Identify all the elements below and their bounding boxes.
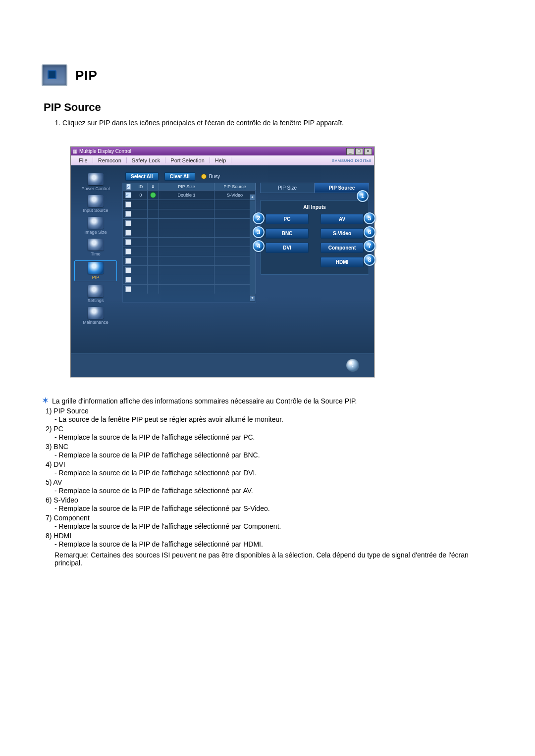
menu-port-selection[interactable]: Port Selection <box>165 157 210 163</box>
table-row[interactable] <box>123 275 256 284</box>
cell-pip-size: Double 1 <box>159 191 214 200</box>
row-checkbox-icon[interactable] <box>125 220 131 226</box>
info-icon[interactable] <box>346 359 359 372</box>
scroll-up-icon[interactable]: ▲ <box>250 194 255 201</box>
sidebar-item-time[interactable]: Time <box>76 239 115 256</box>
list-num: 8) <box>46 532 52 540</box>
callout-3: 3 <box>253 226 265 238</box>
table-row[interactable] <box>123 200 256 209</box>
app-icon: ▦ <box>73 149 77 154</box>
source-pc-button[interactable]: PC <box>266 214 309 224</box>
row-checkbox-icon[interactable] <box>125 192 131 198</box>
minimize-icon[interactable]: _ <box>346 148 354 155</box>
status-dot-icon <box>150 192 156 198</box>
instruction-list: Cliquez sur PIP dans les icônes principa… <box>54 119 493 127</box>
list-num: 2) <box>46 425 52 433</box>
table-row[interactable] <box>123 265 256 275</box>
select-all-button[interactable]: Select All <box>125 172 159 181</box>
tab-pip-size[interactable]: PIP Size <box>260 183 315 193</box>
page-title: PIP <box>75 68 98 83</box>
row-checkbox-icon[interactable] <box>125 286 131 292</box>
sidebar-label-settings: Settings <box>88 298 104 303</box>
busy-dot-icon <box>201 174 207 179</box>
star-text: La grille d'information affiche des info… <box>52 397 357 405</box>
callout-2: 2 <box>253 212 265 224</box>
table-row[interactable] <box>123 209 256 218</box>
menu-file[interactable]: File <box>74 157 93 163</box>
table-row[interactable]: 0 Double 1 S-Video <box>123 190 256 200</box>
col-pip-size: PIP Size <box>159 183 214 190</box>
menubar: File Remocon Safety Lock Port Selection … <box>71 155 374 165</box>
sidebar-item-pip[interactable]: PIP <box>74 260 117 281</box>
clear-all-button[interactable]: Clear All <box>164 172 195 181</box>
list-num: 3) <box>46 443 52 451</box>
sidebar-item-image[interactable]: Image Size <box>76 217 115 235</box>
right-panel: PIP Size PIP Source All Inputs PC AV BNC… <box>260 183 369 302</box>
busy-indicator: Busy <box>201 174 220 179</box>
source-av-button[interactable]: AV <box>321 214 364 224</box>
col-status: ⬇ <box>148 183 159 190</box>
star-icon: ✶ <box>42 397 49 404</box>
source-component-button[interactable]: Component <box>321 243 364 253</box>
window-title: Multiple Display Control <box>79 149 131 154</box>
row-checkbox-icon[interactable] <box>125 277 131 283</box>
scroll-down-icon[interactable]: ▼ <box>250 295 255 302</box>
header-checkbox-icon[interactable] <box>126 184 131 190</box>
table-row[interactable] <box>123 256 256 265</box>
row-checkbox-icon[interactable] <box>125 211 131 217</box>
source-dvi-button[interactable]: DVI <box>266 243 309 253</box>
sidebar-item-maintenance[interactable]: Maintenance <box>76 307 115 325</box>
menu-safety-lock[interactable]: Safety Lock <box>127 157 165 163</box>
table-row[interactable] <box>123 247 256 256</box>
row-checkbox-icon[interactable] <box>125 202 131 207</box>
row-checkbox-icon[interactable] <box>125 267 131 273</box>
list-num: 6) <box>46 496 52 504</box>
callout-8: 8 <box>364 254 375 266</box>
row-checkbox-icon[interactable] <box>125 249 131 254</box>
list-head: Component <box>54 514 89 522</box>
list-head: DVI <box>54 460 65 468</box>
callout-7: 7 <box>364 240 375 252</box>
table-row[interactable] <box>123 284 256 294</box>
col-id: ID <box>134 183 148 190</box>
definition-list: 1) PIP Source - La source de la fenêtre … <box>46 407 493 567</box>
maintenance-icon <box>88 307 104 319</box>
table-row[interactable] <box>123 237 256 247</box>
list-head: S-Video <box>54 496 78 504</box>
sidebar-item-power[interactable]: Power Control <box>76 173 115 191</box>
source-hdmi-button[interactable]: HDMI <box>321 257 364 267</box>
list-body: - La source de la fenêtre PIP peut se ré… <box>54 415 493 423</box>
list-body: - Remplace la source de la PIP de l'affi… <box>54 540 493 548</box>
sidebar: Power Control Input Source Image Size Ti… <box>71 165 120 353</box>
menu-help[interactable]: Help <box>210 157 232 163</box>
close-icon[interactable]: × <box>364 148 372 155</box>
col-pip-source: PIP Source <box>214 183 256 190</box>
row-checkbox-icon[interactable] <box>125 230 131 236</box>
menu-remocon[interactable]: Remocon <box>93 157 127 163</box>
sidebar-item-settings[interactable]: Settings <box>76 285 115 303</box>
row-checkbox-icon[interactable] <box>125 239 131 245</box>
sidebar-label-pip: PIP <box>92 275 100 280</box>
panel-title: All Inputs <box>266 204 364 210</box>
source-bnc-button[interactable]: BNC <box>266 228 309 239</box>
list-body: - Remplace la source de la PIP de l'affi… <box>54 487 493 495</box>
main-area: Select All Clear All Busy ID ⬇ P <box>120 165 374 353</box>
source-svideo-button[interactable]: S-Video <box>321 228 364 239</box>
cell-id: 0 <box>134 191 148 200</box>
page-title-row: PIP <box>42 64 493 86</box>
table-row[interactable] <box>123 218 256 228</box>
source-grid: PC AV BNC S-Video DVI Component HDMI 1 2 <box>266 214 364 267</box>
star-note: ✶ La grille d'information affiche des in… <box>42 397 493 405</box>
sidebar-item-input[interactable]: Input Source <box>76 195 115 213</box>
sidebar-label-time: Time <box>91 252 101 256</box>
list-num: 1) <box>46 407 52 415</box>
tab-row: PIP Size PIP Source <box>260 183 369 193</box>
callout-5: 5 <box>364 212 375 224</box>
row-checkbox-icon[interactable] <box>125 258 131 264</box>
list-num: 7) <box>46 514 52 522</box>
list-head: PIP Source <box>54 407 89 415</box>
table-row[interactable] <box>123 228 256 237</box>
maximize-icon[interactable]: □ <box>355 148 363 155</box>
sidebar-label-maintenance: Maintenance <box>83 320 108 325</box>
pip-monitor-icon <box>42 64 67 86</box>
